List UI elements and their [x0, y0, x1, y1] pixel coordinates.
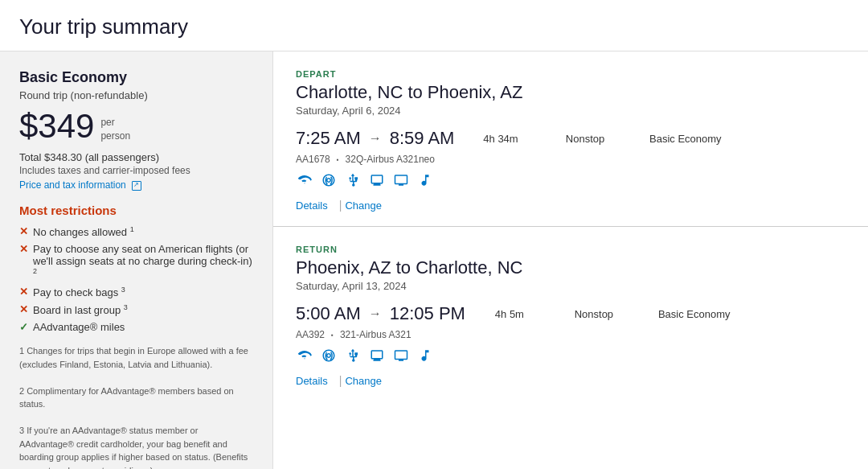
return-flight-num: AA392 — [296, 329, 325, 340]
price-tax-link[interactable]: Price and tax information — [19, 179, 253, 191]
depart-date: Saturday, April 6, 2024 — [296, 105, 845, 117]
return-arrive-time: 12:05 PM — [390, 303, 465, 324]
depart-details-link[interactable]: Details — [296, 200, 336, 212]
return-change-link[interactable]: Change — [345, 375, 390, 387]
music-icon-return — [416, 347, 434, 364]
left-panel: Basic Economy Round trip (non-refundable… — [0, 51, 273, 469]
music-icon — [416, 171, 434, 189]
restriction-board-last: ✕ Board in last group 3 — [19, 303, 253, 316]
depart-section: DEPART Charlotte, NC to Phoenix, AZ Satu… — [273, 51, 868, 226]
usb-icon-return — [344, 347, 362, 364]
power-icon — [320, 171, 338, 189]
restriction-check-bags: ✕ Pay to check bags 3 — [19, 286, 253, 298]
return-depart-time: 5:00 AM — [296, 303, 361, 324]
depart-duration: 4h 34m — [473, 133, 529, 145]
trip-type-label: Round trip (non-refundable) — [19, 89, 253, 101]
depart-details-row: AA1678 ▪ 32Q-Airbus A321neo — [296, 154, 845, 165]
depart-route: Charlotte, NC to Phoenix, AZ — [296, 82, 845, 103]
return-aircraft: 321-Airbus A321 — [340, 329, 411, 340]
return-details-row: AA392 ▪ 321-Airbus A321 — [296, 329, 845, 340]
depart-times: 7:25 AM → 8:59 AM — [296, 128, 457, 149]
depart-aircraft: 32Q-Airbus A321neo — [346, 154, 435, 165]
depart-cabin: Basic Economy — [649, 133, 722, 145]
fare-class-title: Basic Economy — [19, 69, 253, 86]
depart-label: DEPART — [296, 69, 845, 79]
return-duration: 4h 5m — [481, 308, 538, 320]
includes-taxes-label: Includes taxes and carrier-imposed fees — [19, 165, 253, 176]
screen-icon-return — [368, 347, 386, 364]
restriction-no-changes: ✕ No changes allowed 1 — [19, 225, 253, 238]
price-amount: $349 — [19, 109, 94, 143]
wifi-icon — [296, 171, 313, 189]
total-price-label: Total $348.30 (all passengers) — [19, 151, 253, 163]
right-panel: DEPART Charlotte, NC to Phoenix, AZ Satu… — [273, 51, 868, 469]
restriction-aadvantage-miles: ✓ AAdvantage® miles — [19, 321, 253, 333]
return-date: Saturday, April 13, 2024 — [296, 280, 845, 292]
depart-change-link[interactable]: Change — [345, 200, 390, 212]
restrictions-list: ✕ No changes allowed 1 ✕ Pay to choose a… — [19, 225, 253, 333]
external-link-icon — [132, 181, 141, 191]
separator: | — [339, 199, 342, 212]
return-section: RETURN Phoenix, AZ to Charlotte, NC Satu… — [273, 226, 868, 401]
x-icon: ✕ — [19, 225, 28, 237]
return-arrow-icon: → — [369, 306, 382, 321]
return-actions: Details | Change — [296, 374, 845, 387]
arrow-icon: → — [369, 131, 382, 146]
dot-separator: ▪ — [337, 156, 339, 163]
return-nonstop: Nonstop — [562, 308, 626, 320]
separator2: | — [339, 374, 342, 387]
depart-amenities — [296, 171, 845, 189]
dot-separator2: ▪ — [331, 331, 334, 339]
depart-actions: Details | Change — [296, 199, 845, 212]
power-icon-return — [320, 347, 338, 364]
depart-flight-row: 7:25 AM → 8:59 AM 4h 34m Nonstop Basic E… — [296, 128, 845, 149]
depart-time: 7:25 AM — [296, 128, 361, 149]
most-restrictions-label: Most restrictions — [19, 204, 253, 217]
x-icon: ✕ — [19, 286, 28, 298]
page-title: Your trip summary — [0, 0, 868, 51]
return-details-link[interactable]: Details — [296, 375, 336, 387]
arrive-time: 8:59 AM — [390, 128, 455, 149]
tv-icon — [392, 171, 410, 189]
usb-icon — [344, 171, 362, 189]
restriction-seat-choice: ✕ Pay to choose any seat on American fli… — [19, 243, 253, 280]
return-cabin: Basic Economy — [658, 308, 731, 320]
depart-nonstop: Nonstop — [553, 133, 617, 145]
return-route: Phoenix, AZ to Charlotte, NC — [296, 257, 845, 278]
return-times: 5:00 AM → 12:05 PM — [296, 303, 465, 324]
screen-icon — [368, 171, 386, 189]
return-label: RETURN — [296, 245, 845, 254]
footnote1: 1 Changes for trips that begin in Europe… — [19, 344, 253, 469]
depart-flight-num: AA1678 — [296, 154, 330, 165]
x-icon: ✕ — [19, 243, 28, 255]
per-person-label: per person — [100, 116, 130, 143]
x-icon: ✕ — [19, 303, 28, 315]
return-amenities — [296, 347, 845, 364]
check-icon: ✓ — [19, 321, 28, 333]
tv-icon-return — [392, 347, 410, 364]
wifi-icon-return — [296, 347, 313, 364]
return-flight-row: 5:00 AM → 12:05 PM 4h 5m Nonstop Basic E… — [296, 303, 845, 324]
